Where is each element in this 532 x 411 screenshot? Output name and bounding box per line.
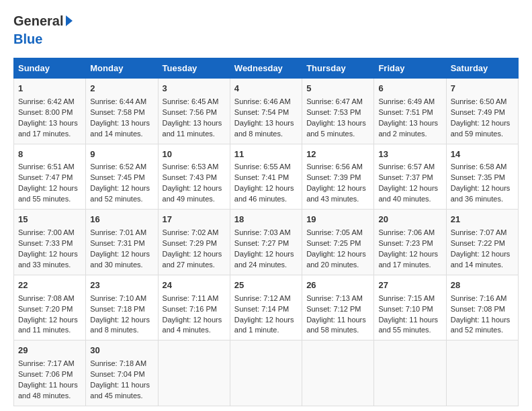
daylight-label: Daylight: 11 hours and 52 minutes.	[451, 316, 511, 334]
sunset-label: Sunset: 7:51 PM	[378, 108, 433, 116]
day-number: 19	[306, 214, 369, 226]
sunrise-label: Sunrise: 6:46 AM	[234, 97, 291, 105]
sunset-label: Sunset: 7:23 PM	[378, 239, 433, 247]
sunset-label: Sunset: 7:47 PM	[18, 173, 73, 181]
daylight-label: Daylight: 13 hours and 8 minutes.	[234, 119, 294, 138]
sunrise-label: Sunrise: 6:45 AM	[163, 97, 219, 105]
day-number: 16	[90, 214, 153, 226]
sunset-label: Sunset: 7:20 PM	[18, 305, 73, 313]
day-number: 6	[378, 83, 441, 95]
sunset-label: Sunset: 7:08 PM	[451, 305, 505, 313]
daylight-label: Daylight: 13 hours and 5 minutes.	[306, 119, 366, 138]
sunrise-label: Sunrise: 7:10 AM	[90, 294, 146, 302]
table-row: 30Sunrise: 7:18 AMSunset: 7:04 PMDayligh…	[86, 340, 158, 406]
day-number: 20	[378, 214, 441, 226]
sunset-label: Sunset: 7:06 PM	[18, 370, 73, 378]
table-row: 26Sunrise: 7:13 AMSunset: 7:12 PMDayligh…	[302, 275, 374, 340]
daylight-label: Daylight: 12 hours and 17 minutes.	[378, 250, 438, 269]
sunrise-label: Sunrise: 6:58 AM	[451, 163, 507, 171]
sunrise-label: Sunrise: 7:02 AM	[163, 228, 219, 236]
sunset-label: Sunset: 7:45 PM	[90, 173, 144, 181]
table-row: 13Sunrise: 6:57 AMSunset: 7:37 PMDayligh…	[374, 144, 446, 210]
sunrise-label: Sunrise: 6:50 AM	[451, 97, 507, 105]
table-row: 22Sunrise: 7:08 AMSunset: 7:20 PMDayligh…	[14, 275, 86, 340]
day-number: 22	[18, 279, 81, 292]
table-row	[302, 340, 374, 406]
sunrise-label: Sunrise: 6:53 AM	[163, 163, 219, 171]
table-row: 20Sunrise: 7:06 AMSunset: 7:23 PMDayligh…	[374, 210, 446, 275]
table-row: 19Sunrise: 7:05 AMSunset: 7:25 PMDayligh…	[302, 210, 374, 275]
sunset-label: Sunset: 7:49 PM	[451, 108, 505, 116]
daylight-label: Daylight: 11 hours and 55 minutes.	[378, 316, 438, 334]
page-header: General Blue	[13, 13, 519, 47]
daylight-label: Daylight: 12 hours and 52 minutes.	[90, 184, 150, 203]
sunrise-label: Sunrise: 7:16 AM	[451, 294, 507, 302]
daylight-label: Daylight: 13 hours and 2 minutes.	[378, 119, 438, 138]
sunset-label: Sunset: 7:04 PM	[90, 370, 144, 378]
sunrise-label: Sunrise: 7:03 AM	[234, 228, 291, 236]
table-row	[374, 340, 446, 406]
day-number: 14	[451, 148, 514, 161]
sunset-label: Sunset: 7:16 PM	[163, 305, 217, 313]
col-header-wednesday: Wednesday	[230, 58, 302, 79]
sunset-label: Sunset: 7:27 PM	[234, 239, 289, 247]
daylight-label: Daylight: 12 hours and 20 minutes.	[306, 250, 366, 269]
daylight-label: Daylight: 12 hours and 4 minutes.	[163, 316, 222, 334]
daylight-label: Daylight: 12 hours and 8 minutes.	[90, 316, 150, 334]
day-number: 21	[451, 214, 514, 226]
day-number: 10	[163, 148, 226, 161]
table-row: 18Sunrise: 7:03 AMSunset: 7:27 PMDayligh…	[230, 210, 302, 275]
table-row: 23Sunrise: 7:10 AMSunset: 7:18 PMDayligh…	[86, 275, 158, 340]
table-row: 4Sunrise: 6:46 AMSunset: 7:54 PMDaylight…	[230, 79, 302, 144]
day-number: 13	[378, 148, 441, 161]
sunrise-label: Sunrise: 6:47 AM	[306, 97, 363, 105]
table-row: 10Sunrise: 6:53 AMSunset: 7:43 PMDayligh…	[158, 144, 230, 210]
table-row: 9Sunrise: 6:52 AMSunset: 7:45 PMDaylight…	[86, 144, 158, 210]
daylight-label: Daylight: 13 hours and 11 minutes.	[163, 119, 222, 138]
table-row: 28Sunrise: 7:16 AMSunset: 7:08 PMDayligh…	[446, 275, 518, 340]
sunrise-label: Sunrise: 7:13 AM	[306, 294, 363, 302]
sunset-label: Sunset: 8:00 PM	[18, 108, 73, 116]
day-number: 8	[18, 148, 81, 161]
sunrise-label: Sunrise: 6:57 AM	[378, 163, 435, 171]
table-row: 15Sunrise: 7:00 AMSunset: 7:33 PMDayligh…	[14, 210, 86, 275]
sunrise-label: Sunrise: 7:01 AM	[90, 228, 146, 236]
daylight-label: Daylight: 12 hours and 49 minutes.	[163, 184, 222, 203]
sunrise-label: Sunrise: 7:11 AM	[163, 294, 219, 302]
col-header-saturday: Saturday	[446, 58, 518, 79]
sunset-label: Sunset: 7:39 PM	[306, 173, 361, 181]
sunrise-label: Sunrise: 6:56 AM	[306, 163, 363, 171]
day-number: 17	[163, 214, 226, 226]
sunrise-label: Sunrise: 6:52 AM	[90, 163, 146, 171]
sunset-label: Sunset: 7:43 PM	[163, 173, 217, 181]
sunset-label: Sunset: 7:37 PM	[378, 173, 433, 181]
daylight-label: Daylight: 13 hours and 17 minutes.	[18, 119, 78, 138]
daylight-label: Daylight: 12 hours and 33 minutes.	[18, 250, 78, 269]
sunrise-label: Sunrise: 6:55 AM	[234, 163, 291, 171]
logo-blue-row: Blue	[13, 32, 42, 47]
daylight-label: Daylight: 11 hours and 45 minutes.	[90, 381, 150, 400]
logo-flag-icon	[66, 15, 73, 26]
sunset-label: Sunset: 7:58 PM	[90, 108, 144, 116]
sunset-label: Sunset: 7:33 PM	[18, 239, 73, 247]
daylight-label: Daylight: 12 hours and 24 minutes.	[234, 250, 294, 269]
daylight-label: Daylight: 12 hours and 46 minutes.	[234, 184, 294, 203]
daylight-label: Daylight: 12 hours and 59 minutes.	[451, 119, 511, 138]
table-row: 16Sunrise: 7:01 AMSunset: 7:31 PMDayligh…	[86, 210, 158, 275]
table-row	[446, 340, 518, 406]
logo-general-row: General	[13, 13, 73, 29]
col-header-monday: Monday	[86, 58, 158, 79]
day-number: 28	[451, 279, 514, 292]
calendar-table: SundayMondayTuesdayWednesdayThursdayFrid…	[13, 58, 519, 406]
table-row	[230, 340, 302, 406]
day-number: 30	[90, 345, 153, 357]
sunrise-label: Sunrise: 7:12 AM	[234, 294, 291, 302]
table-row: 27Sunrise: 7:15 AMSunset: 7:10 PMDayligh…	[374, 275, 446, 340]
daylight-label: Daylight: 12 hours and 55 minutes.	[18, 184, 78, 203]
sunset-label: Sunset: 7:25 PM	[306, 239, 361, 247]
day-number: 12	[306, 148, 369, 161]
daylight-label: Daylight: 12 hours and 30 minutes.	[90, 250, 150, 269]
table-row: 29Sunrise: 7:17 AMSunset: 7:06 PMDayligh…	[14, 340, 86, 406]
day-number: 24	[163, 279, 226, 292]
daylight-label: Daylight: 12 hours and 27 minutes.	[163, 250, 222, 269]
